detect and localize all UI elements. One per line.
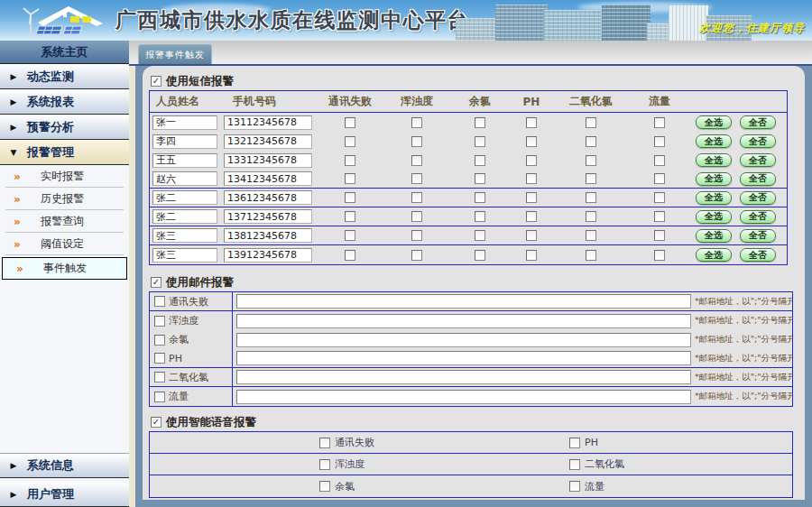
sms-param-checkbox[interactable] <box>526 211 537 222</box>
voice-param-checkbox[interactable] <box>319 459 330 470</box>
sms-param-checkbox[interactable] <box>586 211 596 222</box>
phone-number-input[interactable] <box>224 153 312 168</box>
select-none-button[interactable]: 全否 <box>740 210 776 224</box>
voice-param-checkbox[interactable] <box>319 481 330 492</box>
sidebar-item-home[interactable]: 系统主页 <box>0 41 129 64</box>
select-all-button[interactable]: 全选 <box>696 191 732 205</box>
sms-param-checkbox[interactable] <box>526 173 537 184</box>
select-none-button[interactable]: 全否 <box>740 172 776 186</box>
email-address-input[interactable] <box>236 314 691 328</box>
sidebar-item-warning-analysis[interactable]: ▶ 预警分析 <box>0 115 129 140</box>
voice-param-checkbox[interactable] <box>569 438 580 448</box>
sms-param-checkbox[interactable] <box>411 211 422 222</box>
select-all-button[interactable]: 全选 <box>696 210 732 224</box>
select-none-button[interactable]: 全否 <box>740 248 776 262</box>
sms-param-checkbox[interactable] <box>345 230 355 241</box>
sms-param-checkbox[interactable] <box>475 117 485 128</box>
sms-param-checkbox[interactable] <box>654 136 665 147</box>
sms-param-checkbox[interactable] <box>654 173 665 184</box>
email-address-input[interactable] <box>236 390 691 404</box>
sms-param-checkbox[interactable] <box>526 250 537 261</box>
sms-param-checkbox[interactable] <box>654 192 665 203</box>
email-section-checkbox[interactable] <box>151 277 161 288</box>
sidebar-item-system-reports[interactable]: ▶ 系统报表 <box>0 89 129 115</box>
sms-param-checkbox[interactable] <box>654 250 665 261</box>
sms-param-checkbox[interactable] <box>475 250 485 261</box>
phone-number-input[interactable] <box>224 228 312 243</box>
sms-param-checkbox[interactable] <box>475 155 485 166</box>
person-name-input[interactable] <box>152 190 217 205</box>
email-param-checkbox[interactable] <box>154 372 165 383</box>
phone-number-input[interactable] <box>224 248 312 263</box>
sms-param-checkbox[interactable] <box>345 250 355 261</box>
sms-param-checkbox[interactable] <box>475 211 485 222</box>
email-address-input[interactable] <box>236 294 691 309</box>
email-address-input[interactable] <box>236 370 691 384</box>
sms-param-checkbox[interactable] <box>345 211 355 222</box>
sms-param-checkbox[interactable] <box>586 250 596 261</box>
email-address-input[interactable] <box>236 351 691 365</box>
person-name-input[interactable] <box>152 228 217 243</box>
sms-param-checkbox[interactable] <box>345 117 355 128</box>
email-param-checkbox[interactable] <box>154 296 165 307</box>
tab-alarm-event-trigger[interactable]: 报警事件触发 <box>138 44 212 64</box>
sms-param-checkbox[interactable] <box>526 117 537 128</box>
sms-param-checkbox[interactable] <box>345 155 355 166</box>
voice-param-checkbox[interactable] <box>319 438 330 448</box>
sms-param-checkbox[interactable] <box>411 117 422 128</box>
sms-param-checkbox[interactable] <box>345 192 355 203</box>
sidebar-subitem-realtime-alarm[interactable]: » 实时报警 <box>0 165 129 188</box>
select-none-button[interactable]: 全否 <box>740 153 776 167</box>
select-none-button[interactable]: 全否 <box>740 115 776 129</box>
sms-param-checkbox[interactable] <box>475 230 485 241</box>
phone-number-input[interactable] <box>224 134 312 149</box>
sms-param-checkbox[interactable] <box>654 211 665 222</box>
select-all-button[interactable]: 全选 <box>696 134 732 148</box>
sms-param-checkbox[interactable] <box>345 136 355 147</box>
sms-param-checkbox[interactable] <box>345 173 355 184</box>
sms-param-checkbox[interactable] <box>654 230 665 241</box>
sms-param-checkbox[interactable] <box>411 230 422 241</box>
sidebar-subitem-alarm-query[interactable]: » 报警查询 <box>0 210 129 233</box>
select-all-button[interactable]: 全选 <box>696 229 732 243</box>
sms-param-checkbox[interactable] <box>526 155 537 166</box>
sms-param-checkbox[interactable] <box>411 173 422 184</box>
email-param-checkbox[interactable] <box>154 335 165 346</box>
select-all-button[interactable]: 全选 <box>696 172 732 186</box>
phone-number-input[interactable] <box>224 209 312 224</box>
sidebar-item-alarm-management[interactable]: ▼ 报警管理 <box>0 140 129 165</box>
phone-number-input[interactable] <box>224 171 312 186</box>
sms-param-checkbox[interactable] <box>411 250 422 261</box>
sms-param-checkbox[interactable] <box>411 136 422 147</box>
select-none-button[interactable]: 全否 <box>740 134 776 148</box>
sms-param-checkbox[interactable] <box>526 230 537 241</box>
person-name-input[interactable] <box>152 171 217 186</box>
person-name-input[interactable] <box>152 134 217 149</box>
sms-param-checkbox[interactable] <box>586 136 596 147</box>
phone-number-input[interactable] <box>224 190 312 205</box>
person-name-input[interactable] <box>152 115 217 130</box>
voice-param-checkbox[interactable] <box>569 459 580 470</box>
sms-param-checkbox[interactable] <box>411 192 422 203</box>
sms-param-checkbox[interactable] <box>654 117 665 128</box>
sms-section-checkbox[interactable] <box>151 76 161 87</box>
voice-section-checkbox[interactable] <box>151 417 161 428</box>
sms-param-checkbox[interactable] <box>654 155 665 166</box>
person-name-input[interactable] <box>152 153 217 168</box>
sms-param-checkbox[interactable] <box>475 136 485 147</box>
sms-param-checkbox[interactable] <box>475 192 485 203</box>
select-none-button[interactable]: 全否 <box>740 191 776 205</box>
sms-param-checkbox[interactable] <box>586 173 596 184</box>
phone-number-input[interactable] <box>224 115 312 130</box>
sidebar-item-user-management[interactable]: ▶ 用户管理 <box>0 482 129 507</box>
sms-param-checkbox[interactable] <box>586 117 596 128</box>
person-name-input[interactable] <box>152 209 217 224</box>
sms-param-checkbox[interactable] <box>586 155 596 166</box>
email-param-checkbox[interactable] <box>154 392 165 402</box>
sidebar-item-dynamic-monitoring[interactable]: ▶ 动态监测 <box>0 64 129 89</box>
sms-param-checkbox[interactable] <box>475 173 485 184</box>
person-name-input[interactable] <box>152 248 217 263</box>
email-address-input[interactable] <box>236 333 691 347</box>
select-all-button[interactable]: 全选 <box>696 115 732 129</box>
sidebar-subitem-history-alarm[interactable]: » 历史报警 <box>0 188 129 210</box>
